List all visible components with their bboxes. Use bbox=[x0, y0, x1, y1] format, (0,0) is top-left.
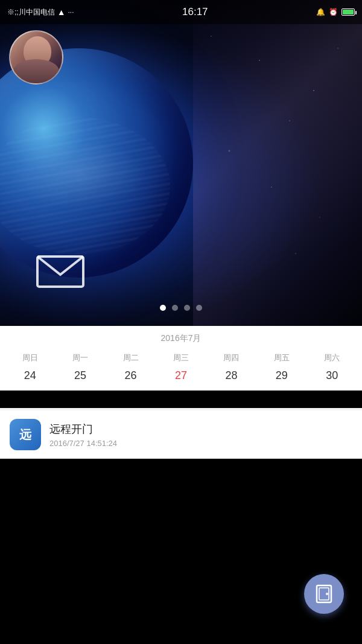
clock-icon: ⏰ bbox=[329, 8, 338, 16]
cal-day-28[interactable]: 28 bbox=[206, 366, 256, 386]
wifi-icon: ▲ bbox=[57, 7, 66, 17]
fab-button[interactable] bbox=[304, 574, 344, 614]
notification-text: 远程开门 2016/7/27 14:51:24 bbox=[49, 422, 352, 448]
indicator-4[interactable] bbox=[196, 305, 202, 311]
svg-point-3 bbox=[326, 593, 328, 595]
mail-icon[interactable] bbox=[36, 253, 84, 290]
battery-icon bbox=[341, 8, 355, 16]
cal-day-27[interactable]: 27 bbox=[156, 366, 206, 386]
status-time: 16:17 bbox=[182, 6, 208, 18]
status-right: 🔔 ⏰ bbox=[316, 8, 355, 16]
cal-day-24[interactable]: 24 bbox=[5, 366, 55, 386]
calendar-section: 2016年7月 周日 周一 周二 周三 周四 周五 周六 24 25 26 27… bbox=[0, 326, 362, 391]
cal-header-sun: 周日 bbox=[5, 350, 55, 366]
indicator-1[interactable] bbox=[160, 305, 166, 311]
alarm-icon: 🔔 bbox=[316, 8, 325, 16]
cal-day-25[interactable]: 25 bbox=[55, 366, 105, 386]
cal-header-sat: 周六 bbox=[307, 350, 357, 366]
indicator-2[interactable] bbox=[172, 305, 178, 311]
notification-item[interactable]: 远 远程开门 2016/7/27 14:51:24 bbox=[0, 410, 362, 459]
notification-time: 2016/7/27 14:51:24 bbox=[49, 439, 352, 448]
calendar-month: 2016年7月 bbox=[0, 333, 362, 344]
page-indicators bbox=[160, 305, 202, 311]
status-bar: ※;;川中国电信 ▲ ··· 16:17 🔔 ⏰ bbox=[0, 0, 362, 24]
cal-header-thu: 周四 bbox=[206, 350, 256, 366]
notification-section: 远 远程开门 2016/7/27 14:51:24 bbox=[0, 410, 362, 459]
carrier-text: ※;;川中国电信 bbox=[7, 7, 55, 18]
indicator-3[interactable] bbox=[184, 305, 190, 311]
cal-day-26[interactable]: 26 bbox=[106, 366, 156, 386]
mail-svg bbox=[36, 253, 84, 290]
app-icon-text: 远 bbox=[19, 427, 31, 443]
cal-header-wed: 周三 bbox=[156, 350, 206, 366]
more-icon: ··· bbox=[68, 8, 74, 16]
status-left: ※;;川中国电信 ▲ ··· bbox=[7, 7, 74, 18]
hero-section bbox=[0, 0, 362, 326]
notification-title: 远程开门 bbox=[49, 422, 352, 436]
door-icon bbox=[313, 583, 335, 605]
cal-header-mon: 周一 bbox=[55, 350, 105, 366]
cal-header-fri: 周五 bbox=[256, 350, 306, 366]
app-icon: 远 bbox=[10, 419, 41, 450]
avatar bbox=[9, 30, 63, 84]
calendar-grid: 周日 周一 周二 周三 周四 周五 周六 24 25 26 27 28 29 3… bbox=[0, 350, 362, 386]
cal-header-tue: 周二 bbox=[106, 350, 156, 366]
cal-day-30[interactable]: 30 bbox=[307, 366, 357, 386]
cal-day-29[interactable]: 29 bbox=[256, 366, 306, 386]
